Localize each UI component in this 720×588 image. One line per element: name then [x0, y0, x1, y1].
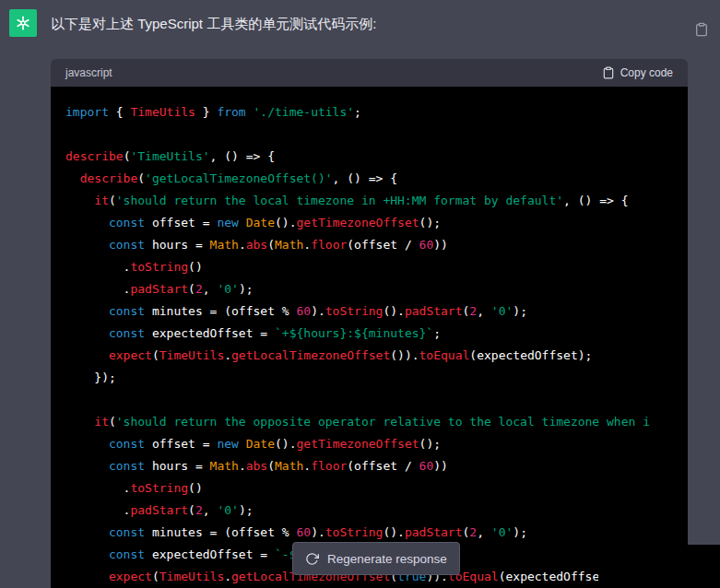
code-token: offset =: [145, 437, 217, 451]
code-token: 60: [296, 525, 311, 539]
code-token: padStart: [130, 503, 188, 517]
code-token: 'should return the opposite operator rel…: [116, 415, 650, 429]
code-token: it: [94, 194, 109, 207]
code-token: expect: [109, 570, 152, 583]
code-line: const hours = Math.abs(Math.floor(offset…: [65, 455, 673, 477]
code-line: [65, 123, 673, 146]
code-token: .: [239, 459, 246, 473]
code-token: );: [513, 304, 527, 318]
black-overlay-box: [598, 545, 720, 588]
code-token: [246, 105, 254, 119]
code-token: [65, 171, 80, 185]
code-token: minutes = (offset %: [145, 304, 296, 318]
code-token: toString: [130, 481, 188, 495]
code-token: [65, 459, 109, 473]
copy-message-button[interactable]: [694, 22, 709, 37]
code-token: it: [94, 415, 109, 429]
code-line: .toString(): [65, 256, 673, 278]
code-token: [65, 547, 109, 561]
code-token: '0': [217, 503, 238, 517]
code-token: Math: [275, 459, 303, 473]
code-token: {: [109, 105, 130, 119]
code-line: it('should return the local timezone in …: [65, 190, 673, 212]
code-token: toString: [325, 304, 384, 318]
code-token: );: [239, 503, 254, 517]
code-token: [239, 437, 246, 451]
code-line: expect(TimeUtils.getLocalTimezoneOffset(…: [65, 345, 673, 367]
code-token: floor: [311, 238, 347, 252]
message-text: 以下是对上述 TypeScript 工具类的单元测试代码示例:: [51, 14, 683, 34]
code-token: Date: [246, 216, 275, 229]
code-token: (: [152, 570, 159, 583]
code-token: import: [65, 105, 109, 119]
code-token: 2: [195, 282, 203, 296]
code-token: ();: [419, 437, 441, 451]
code-token: .: [224, 570, 231, 583]
code-line: const offset = new Date().getTimezoneOff…: [65, 212, 673, 234]
code-token: const: [109, 304, 145, 318]
code-token: 60: [296, 304, 311, 318]
code-token: ,: [477, 525, 491, 539]
code-line: const minutes = (offset % 60).toString()…: [65, 300, 673, 323]
code-token: [65, 304, 109, 318]
code-token: 60: [419, 238, 434, 252]
code-token: 60: [419, 459, 434, 473]
code-token: toString: [325, 525, 384, 539]
code-token: (): [188, 260, 203, 274]
code-token: 'getLocalTimezoneOffset()': [145, 171, 333, 185]
code-token: TimeUtils: [159, 348, 224, 362]
code-token: ,: [203, 503, 218, 517]
code-token: expectedOffset =: [145, 547, 275, 561]
code-token: from: [217, 105, 245, 119]
code-token: 2: [195, 503, 203, 517]
code-token: hours =: [145, 459, 209, 473]
code-token: (: [109, 415, 116, 429]
code-token: ,: [477, 304, 491, 318]
code-token: }: [195, 105, 217, 119]
code-token: hours =: [145, 238, 209, 252]
code-token: [65, 415, 94, 429]
code-line: .padStart(2, '0');: [65, 278, 673, 300]
code-line: it('should return the opposite operator …: [65, 411, 673, 433]
refresh-icon: [305, 552, 319, 566]
code-token: ().: [383, 525, 404, 539]
code-token: expect: [109, 348, 152, 362]
code-token: padStart: [130, 282, 188, 296]
code-token: const: [109, 216, 145, 229]
code-token: ).: [311, 304, 325, 318]
code-token: Date: [246, 437, 275, 451]
code-token: ).: [311, 525, 325, 539]
code-token: const: [109, 437, 145, 451]
code-header: javascript Copy code: [51, 59, 688, 87]
code-token: });: [65, 370, 116, 384]
code-line: import { TimeUtils } from './time-utils'…: [65, 101, 673, 123]
code-token: .: [303, 238, 311, 252]
code-token: const: [109, 326, 145, 340]
code-token: [65, 525, 109, 539]
code-token: [65, 570, 109, 583]
code-token: const: [109, 547, 145, 561]
code-block: javascript Copy code import { TimeUtils …: [51, 59, 688, 588]
code-line: const minutes = (offset % 60).toString()…: [65, 522, 673, 544]
regenerate-button[interactable]: Regenerate response: [292, 542, 460, 575]
code-token: const: [109, 238, 145, 252]
code-token: .: [239, 238, 246, 252]
copy-code-button[interactable]: Copy code: [602, 66, 673, 79]
code-token: 'should return the local timezone in +HH…: [116, 194, 563, 207]
code-token: [65, 238, 109, 252]
code-token: [65, 216, 109, 229]
code-token: (expectedOffset);: [469, 348, 592, 362]
code-token: (offset /: [347, 459, 419, 473]
code-token: .: [65, 503, 130, 517]
code-token: ()).: [390, 348, 419, 362]
code-token: (offset /: [347, 238, 419, 252]
code-token: .: [224, 348, 231, 362]
code-language-label: javascript: [65, 66, 112, 79]
clipboard-icon: [602, 66, 615, 79]
code-token: (: [137, 171, 145, 185]
code-token: .: [65, 260, 130, 274]
code-token: getTimezoneOffset: [297, 437, 419, 451]
code-token: (: [267, 238, 275, 252]
code-token: .: [65, 481, 130, 495]
code-token: ().: [383, 304, 404, 318]
